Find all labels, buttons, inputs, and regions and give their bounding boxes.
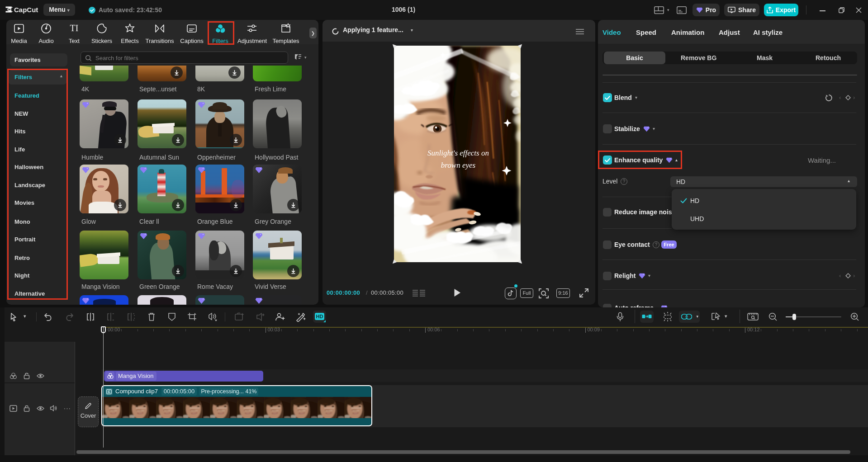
svg-text:Sunlight's effects on: Sunlight's effects on (427, 149, 489, 157)
svg-text:brown eyes: brown eyes (441, 161, 476, 170)
svg-text:TI: TI (70, 23, 79, 33)
